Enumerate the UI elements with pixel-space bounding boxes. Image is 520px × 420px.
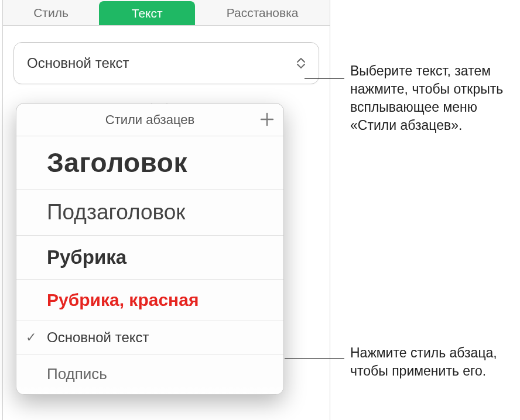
paragraph-style-current: Основной текст: [27, 55, 129, 71]
callout-line-bottom: [285, 358, 344, 359]
style-item-heading-red[interactable]: Рубрика, красная: [16, 280, 283, 321]
style-item-subtitle-label: Подзаголовок: [47, 200, 186, 224]
callout-bottom-text: Нажмите стиль абзаца, чтобы применить ег…: [350, 345, 497, 378]
paragraph-styles-popup: Стили абзацев Заголовок Подзаголовок Руб…: [16, 103, 284, 395]
callout-top: Выберите текст, затем нажмите, чтобы отк…: [350, 62, 519, 135]
tab-bar: Стиль Текст Расстановка: [3, 0, 330, 26]
style-item-body[interactable]: ✓ Основной текст: [16, 321, 283, 354]
add-style-button[interactable]: [259, 111, 275, 130]
tab-style[interactable]: Стиль: [3, 0, 99, 25]
style-item-body-label: Основной текст: [47, 329, 149, 345]
style-item-heading-red-label: Рубрика, красная: [47, 290, 199, 309]
popup-title: Стили абзацев: [105, 112, 194, 128]
format-panel: Стиль Текст Расстановка Основной текст С…: [2, 0, 330, 420]
tab-text-label: Текст: [132, 6, 163, 20]
paragraph-style-field[interactable]: Основной текст: [13, 42, 319, 84]
updown-chevron-icon: [296, 57, 306, 69]
tab-style-label: Стиль: [33, 6, 69, 20]
tab-arrange-label: Расстановка: [227, 6, 299, 20]
callout-bottom: Нажмите стиль абзаца, чтобы применить ег…: [350, 344, 508, 380]
style-item-subtitle[interactable]: Подзаголовок: [16, 190, 283, 236]
callout-line-top: [305, 78, 344, 79]
tab-text[interactable]: Текст: [99, 1, 195, 25]
tab-arrange[interactable]: Расстановка: [195, 0, 330, 25]
style-item-title[interactable]: Заголовок: [16, 136, 283, 190]
checkmark-icon: ✓: [26, 330, 36, 345]
plus-icon: [259, 111, 275, 128]
style-item-caption-label: Подпись: [47, 365, 107, 383]
callout-top-text: Выберите текст, затем нажмите, чтобы отк…: [350, 63, 503, 133]
popup-header: Стили абзацев: [16, 104, 283, 136]
style-item-title-label: Заголовок: [47, 147, 187, 178]
style-item-heading[interactable]: Рубрика: [16, 236, 283, 280]
fade-overlay: [16, 385, 283, 394]
style-item-heading-label: Рубрика: [47, 246, 126, 268]
